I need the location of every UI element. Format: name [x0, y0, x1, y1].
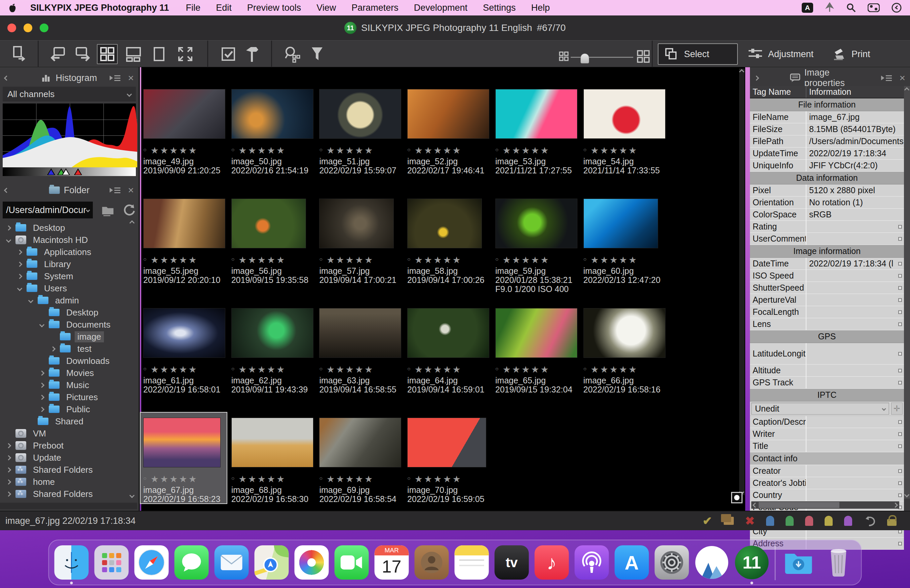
- thumbnail-image[interactable]: [143, 89, 225, 139]
- close-panel-icon[interactable]: ×: [128, 185, 134, 195]
- tree-item-shared-folders[interactable]: Shared Folders: [0, 488, 139, 500]
- tree-hscrollbar[interactable]: [0, 502, 137, 509]
- rating-stars[interactable]: ○★★★★★: [319, 145, 374, 156]
- mountain-app-dock-icon[interactable]: [695, 545, 729, 580]
- lock-icon[interactable]: [887, 519, 897, 526]
- export-icon[interactable]: [6, 44, 32, 64]
- thumbnail-image[interactable]: [407, 199, 482, 248]
- undo-icon[interactable]: [864, 515, 876, 526]
- tree-item-macintosh-hd[interactable]: Macintosh HD: [0, 234, 139, 246]
- menu-app-name[interactable]: SILKYPIX JPEG Photography 11: [30, 3, 169, 13]
- filmstrip-view-icon[interactable]: [123, 44, 144, 64]
- property-value[interactable]: [806, 318, 904, 330]
- tree-item-admin[interactable]: admin: [0, 294, 139, 307]
- launchpad-dock-icon[interactable]: [94, 545, 129, 580]
- facetime-dock-icon[interactable]: [335, 545, 369, 580]
- podcasts-dock-icon[interactable]: [575, 545, 609, 580]
- collapse-panel-icon[interactable]: [754, 75, 759, 81]
- edit-handle-icon[interactable]: [898, 368, 902, 372]
- rating-stars[interactable]: ○★★★★★: [583, 255, 638, 265]
- tree-item-system[interactable]: System: [0, 270, 139, 282]
- edit-handle-icon[interactable]: [898, 432, 902, 436]
- tree-item-applications[interactable]: Applications: [0, 246, 139, 258]
- menu-item-view[interactable]: View: [316, 3, 336, 13]
- close-window-button[interactable]: [7, 24, 16, 32]
- tree-item-desktop[interactable]: Desktop: [0, 222, 139, 234]
- property-value[interactable]: 2022/02/19 17:18:34 (l: [806, 258, 904, 270]
- panel-menu-icon[interactable]: [110, 75, 120, 81]
- thumbnail-image[interactable]: [407, 308, 489, 358]
- property-value[interactable]: [806, 465, 904, 477]
- property-value[interactable]: [806, 477, 904, 489]
- thumbnail-image[interactable]: [319, 199, 394, 248]
- chevron-open-icon[interactable]: [38, 323, 45, 326]
- chevron-closed-icon[interactable]: [5, 456, 12, 460]
- chevron-closed-icon[interactable]: [5, 226, 12, 230]
- edit-handle-icon[interactable]: [898, 481, 902, 485]
- tag-yellow-icon[interactable]: [824, 516, 833, 526]
- panel-menu-icon[interactable]: [110, 187, 120, 193]
- delete-icon[interactable]: ✖: [745, 514, 755, 528]
- iptc-preset-add-button[interactable]: ✛: [891, 402, 903, 415]
- location-icon[interactable]: [824, 2, 835, 13]
- thumbnail-image[interactable]: [232, 308, 313, 358]
- menu-item-parameters[interactable]: Parameters: [351, 3, 398, 13]
- thumbnail-size-slider-handle[interactable]: [580, 53, 589, 63]
- property-value[interactable]: [806, 306, 904, 318]
- tree-item-desktop[interactable]: Desktop: [0, 307, 139, 318]
- chevron-closed-icon[interactable]: [5, 492, 12, 496]
- column-header-tag[interactable]: Tag Name: [750, 86, 806, 98]
- scroll-up-icon[interactable]: [904, 87, 910, 93]
- thumbnail-image[interactable]: [319, 89, 401, 139]
- thumbnail-image[interactable]: [232, 89, 313, 139]
- rating-stars[interactable]: ○★★★★★: [232, 255, 286, 265]
- rating-stars[interactable]: ○★★★★★: [495, 364, 550, 375]
- tree-item-shared[interactable]: Shared: [0, 415, 139, 427]
- scroll-down-icon[interactable]: [904, 492, 910, 498]
- folder-path-input[interactable]: /Users/admin/Docur: [3, 202, 93, 218]
- thumbnail-image[interactable]: [495, 308, 577, 358]
- panel-menu-icon[interactable]: [881, 75, 892, 81]
- rating-stars[interactable]: ○★★★★★: [583, 364, 638, 375]
- property-value[interactable]: [806, 376, 904, 388]
- thumbnail-image[interactable]: [495, 89, 577, 139]
- chevron-closed-icon[interactable]: [38, 383, 45, 387]
- select-mode-button[interactable]: Select: [658, 44, 738, 65]
- adjustment-mode-button[interactable]: Adjustment: [748, 44, 813, 65]
- rating-stars[interactable]: ○★★★★★: [495, 255, 550, 265]
- menu-item-file[interactable]: File: [186, 3, 201, 13]
- rating-stars[interactable]: ○★★★★★: [407, 474, 462, 485]
- chevron-closed-icon[interactable]: [38, 407, 45, 411]
- rating-stars[interactable]: ○★★★★★: [143, 474, 198, 485]
- edit-handle-icon[interactable]: [898, 225, 902, 228]
- rating-stars[interactable]: ○★★★★★: [495, 145, 550, 156]
- property-value[interactable]: [806, 233, 904, 245]
- tree-item-home[interactable]: home: [0, 476, 139, 488]
- chevron-closed-icon[interactable]: [49, 347, 57, 351]
- tree-item-public[interactable]: Public: [0, 403, 139, 415]
- thumbnail-image[interactable]: [407, 418, 486, 467]
- edit-handle-icon[interactable]: [898, 310, 902, 314]
- rating-stars[interactable]: ○★★★★★: [143, 255, 198, 265]
- edit-handle-icon[interactable]: [898, 352, 902, 355]
- property-value[interactable]: [806, 270, 904, 281]
- collapse-panel-icon[interactable]: [4, 75, 10, 81]
- tree-item-movies[interactable]: Movies: [0, 367, 139, 379]
- edit-handle-icon[interactable]: [898, 237, 902, 241]
- chevron-closed-icon[interactable]: [5, 444, 12, 447]
- fullscreen-icon[interactable]: [174, 44, 196, 64]
- silkypix-11-dock-icon[interactable]: 11: [735, 545, 769, 580]
- mail-dock-icon[interactable]: [215, 545, 249, 580]
- contacts-dock-icon[interactable]: [415, 545, 449, 580]
- rating-stars[interactable]: ○★★★★★: [232, 145, 286, 156]
- tag-red-icon[interactable]: [805, 516, 813, 526]
- hscroll-thumb[interactable]: [759, 502, 839, 508]
- tag-green-icon[interactable]: [785, 516, 793, 526]
- app-store-dock-icon[interactable]: A: [615, 545, 649, 580]
- filter-icon[interactable]: [307, 44, 327, 64]
- rating-stars[interactable]: ○★★★★★: [232, 474, 286, 485]
- edit-handle-icon[interactable]: [898, 262, 902, 265]
- copy-icon[interactable]: [724, 517, 734, 525]
- grid-view-icon[interactable]: [97, 44, 118, 64]
- thumbnail-image[interactable]: [143, 308, 225, 358]
